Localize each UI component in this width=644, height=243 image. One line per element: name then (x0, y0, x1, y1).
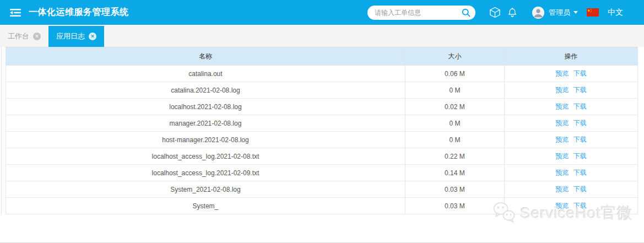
tab-workbench-close-icon[interactable]: ✕ (33, 33, 41, 40)
language-switch[interactable]: 中文 (608, 8, 623, 18)
preview-link[interactable]: 预览 (555, 169, 569, 176)
table-row: localhost.2021-02-08.log 0.02 M 预览 下载 (6, 99, 638, 115)
file-name-cell: System_2021-02-08.log (6, 181, 405, 198)
table-row: catalina.2021-02-08.log 0 M 预览 下载 (6, 82, 638, 99)
file-name-cell: catalina.2021-02-08.log (6, 82, 405, 99)
tab-app-logs-close-icon[interactable]: ✕ (89, 33, 96, 40)
file-size-cell: 0.06 M (405, 66, 504, 82)
file-name-cell: localhost_access_log.2021-02-08.txt (6, 148, 405, 165)
file-actions-cell: 预览 下载 (504, 115, 637, 132)
file-size-cell: 0.03 M (405, 198, 504, 214)
search-input[interactable] (375, 9, 461, 17)
content-area: 名称 大小 操作 catalina.out 0.06 M 预览 下载 catal… (0, 47, 644, 214)
user-name[interactable]: 管理员 (549, 8, 570, 18)
table-row: host-manager.2021-02-08.log 0 M 预览 下载 (6, 132, 638, 148)
download-link[interactable]: 下载 (573, 136, 587, 143)
app-title: 一体化运维服务管理系统 (29, 7, 129, 18)
file-size-cell: 0 M (405, 115, 504, 132)
tab-workbench-label: 工作台 (8, 31, 29, 41)
file-actions-cell: 预览 下载 (504, 148, 637, 165)
table-row: manager.2021-02-08.log 0 M 预览 下载 (6, 115, 638, 132)
table-row: System_ 0.03 M 预览 下载 (6, 198, 638, 214)
file-actions-cell: 预览 下载 (504, 132, 637, 148)
download-link[interactable]: 下载 (573, 69, 587, 77)
preview-link[interactable]: 预览 (555, 185, 569, 193)
table-row: localhost_access_log.2021-02-09.txt 0.14… (6, 165, 638, 181)
file-size-cell: 0.03 M (405, 181, 504, 198)
file-actions-cell: 预览 下载 (504, 198, 637, 214)
table-header-row: 名称 大小 操作 (6, 47, 638, 66)
preview-link[interactable]: 预览 (555, 202, 569, 209)
download-link[interactable]: 下载 (573, 185, 587, 193)
tab-workbench[interactable]: 工作台 ✕ (0, 26, 48, 47)
column-header-size: 大小 (405, 47, 504, 66)
log-table-body: catalina.out 0.06 M 预览 下载 catalina.2021-… (6, 66, 638, 214)
file-size-cell: 0 M (405, 82, 504, 99)
table-row: System_2021-02-08.log 0.03 M 预览 下载 (6, 181, 638, 198)
collapse-menu-icon[interactable] (10, 8, 22, 18)
app-header: 一体化运维服务管理系统 管理员 (0, 0, 644, 25)
file-actions-cell: 预览 下载 (504, 165, 637, 181)
file-name-cell: host-manager.2021-02-08.log (6, 132, 405, 148)
flag-china-icon[interactable] (587, 8, 599, 17)
search-icon[interactable] (461, 8, 471, 18)
search-box (367, 6, 475, 20)
file-size-cell: 0.02 M (405, 99, 504, 115)
file-size-cell: 0.14 M (405, 165, 504, 181)
table-row: catalina.out 0.06 M 预览 下载 (6, 66, 638, 82)
tab-app-logs[interactable]: 应用日志 ✕ (48, 26, 104, 47)
file-actions-cell: 预览 下载 (504, 181, 637, 198)
file-actions-cell: 预览 下载 (504, 82, 637, 99)
download-link[interactable]: 下载 (573, 119, 587, 127)
column-header-operation: 操作 (504, 47, 637, 66)
file-actions-cell: 预览 下载 (504, 99, 637, 115)
file-size-cell: 0.22 M (405, 148, 504, 165)
cube-icon[interactable] (489, 6, 501, 19)
column-header-name: 名称 (6, 47, 405, 66)
preview-link[interactable]: 预览 (555, 119, 569, 127)
chevron-down-icon[interactable] (573, 11, 578, 14)
download-link[interactable]: 下载 (573, 102, 587, 110)
file-actions-cell: 预览 下载 (504, 66, 637, 82)
table-row: localhost_access_log.2021-02-08.txt 0.22… (6, 148, 638, 165)
file-name-cell: System_ (6, 198, 405, 214)
file-name-cell: manager.2021-02-08.log (6, 115, 405, 132)
file-name-cell: localhost.2021-02-08.log (6, 99, 405, 115)
file-size-cell: 0 M (405, 132, 504, 148)
file-name-cell: catalina.out (6, 66, 405, 82)
tab-app-logs-label: 应用日志 (56, 31, 85, 41)
file-name-cell: localhost_access_log.2021-02-09.txt (6, 165, 405, 181)
user-avatar[interactable] (532, 7, 544, 19)
log-file-table: 名称 大小 操作 catalina.out 0.06 M 预览 下载 catal… (6, 47, 638, 214)
preview-link[interactable]: 预览 (555, 69, 569, 77)
preview-link[interactable]: 预览 (555, 86, 569, 94)
tab-bar: 工作台 ✕ 应用日志 ✕ (0, 25, 644, 47)
preview-link[interactable]: 预览 (555, 136, 569, 143)
preview-link[interactable]: 预览 (555, 152, 569, 160)
download-link[interactable]: 下载 (573, 169, 587, 176)
download-link[interactable]: 下载 (573, 86, 587, 94)
preview-link[interactable]: 预览 (555, 102, 569, 110)
download-link[interactable]: 下载 (573, 202, 587, 209)
download-link[interactable]: 下载 (573, 152, 587, 160)
notification-bell-icon[interactable] (507, 7, 518, 18)
content-left-border (1, 47, 2, 215)
